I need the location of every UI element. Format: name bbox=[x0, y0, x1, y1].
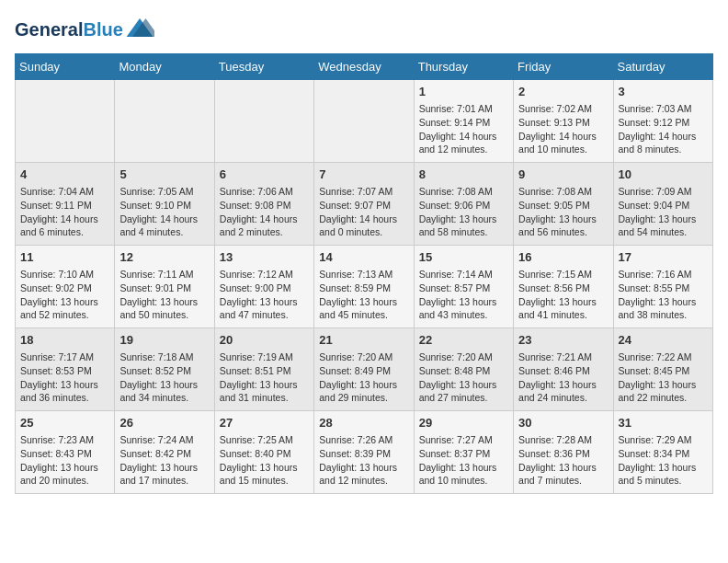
day-number: 25 bbox=[20, 415, 109, 431]
day-info: Sunrise: 7:08 AM Sunset: 9:05 PM Dayligh… bbox=[518, 185, 608, 239]
day-info: Sunrise: 7:25 AM Sunset: 8:40 PM Dayligh… bbox=[220, 433, 309, 488]
week-row-2: 4Sunrise: 7:04 AM Sunset: 9:11 PM Daylig… bbox=[16, 163, 713, 246]
day-number: 30 bbox=[518, 415, 608, 431]
calendar-cell: 28Sunrise: 7:26 AM Sunset: 8:39 PM Dayli… bbox=[314, 411, 414, 494]
calendar-cell: 17Sunrise: 7:16 AM Sunset: 8:55 PM Dayli… bbox=[613, 246, 712, 328]
calendar-cell: 15Sunrise: 7:14 AM Sunset: 8:57 PM Dayli… bbox=[414, 246, 513, 328]
day-info: Sunrise: 7:23 AM Sunset: 8:43 PM Dayligh… bbox=[20, 433, 109, 488]
calendar-cell: 13Sunrise: 7:12 AM Sunset: 9:00 PM Dayli… bbox=[214, 246, 313, 328]
day-info: Sunrise: 7:06 AM Sunset: 9:08 PM Dayligh… bbox=[220, 185, 309, 239]
day-number: 12 bbox=[119, 249, 209, 266]
day-number: 1 bbox=[419, 84, 508, 100]
calendar-cell: 10Sunrise: 7:09 AM Sunset: 9:04 PM Dayli… bbox=[613, 163, 712, 246]
calendar-cell: 3Sunrise: 7:03 AM Sunset: 9:12 PM Daylig… bbox=[613, 80, 712, 163]
calendar-cell: 26Sunrise: 7:24 AM Sunset: 8:42 PM Dayli… bbox=[115, 411, 214, 494]
day-info: Sunrise: 7:14 AM Sunset: 8:57 PM Dayligh… bbox=[419, 268, 508, 322]
week-row-3: 11Sunrise: 7:10 AM Sunset: 9:02 PM Dayli… bbox=[16, 246, 713, 328]
calendar-cell: 27Sunrise: 7:25 AM Sunset: 8:40 PM Dayli… bbox=[214, 411, 313, 494]
calendar-cell bbox=[214, 80, 313, 163]
day-header-friday: Friday bbox=[514, 54, 613, 80]
week-row-5: 25Sunrise: 7:23 AM Sunset: 8:43 PM Dayli… bbox=[16, 411, 713, 494]
day-info: Sunrise: 7:07 AM Sunset: 9:07 PM Dayligh… bbox=[319, 185, 408, 239]
day-number: 13 bbox=[220, 249, 309, 266]
calendar-cell: 5Sunrise: 7:05 AM Sunset: 9:10 PM Daylig… bbox=[115, 163, 214, 246]
week-row-4: 18Sunrise: 7:17 AM Sunset: 8:53 PM Dayli… bbox=[16, 328, 713, 411]
calendar-cell: 24Sunrise: 7:22 AM Sunset: 8:45 PM Dayli… bbox=[613, 328, 712, 411]
day-info: Sunrise: 7:02 AM Sunset: 9:13 PM Dayligh… bbox=[518, 102, 608, 156]
calendar-cell: 22Sunrise: 7:20 AM Sunset: 8:48 PM Dayli… bbox=[414, 328, 513, 411]
calendar-cell: 19Sunrise: 7:18 AM Sunset: 8:52 PM Dayli… bbox=[115, 328, 214, 411]
day-number: 18 bbox=[20, 332, 109, 349]
calendar-cell: 21Sunrise: 7:20 AM Sunset: 8:49 PM Dayli… bbox=[314, 328, 414, 411]
day-info: Sunrise: 7:28 AM Sunset: 8:36 PM Dayligh… bbox=[518, 433, 608, 488]
calendar-cell: 8Sunrise: 7:08 AM Sunset: 9:06 PM Daylig… bbox=[414, 163, 513, 246]
day-info: Sunrise: 7:04 AM Sunset: 9:11 PM Dayligh… bbox=[20, 185, 109, 239]
day-number: 11 bbox=[20, 249, 109, 266]
day-info: Sunrise: 7:09 AM Sunset: 9:04 PM Dayligh… bbox=[619, 185, 708, 239]
day-number: 22 bbox=[419, 332, 508, 349]
logo-text: GeneralBlue bbox=[15, 19, 123, 40]
day-number: 28 bbox=[319, 415, 408, 431]
day-info: Sunrise: 7:10 AM Sunset: 9:02 PM Dayligh… bbox=[20, 268, 109, 322]
day-info: Sunrise: 7:19 AM Sunset: 8:51 PM Dayligh… bbox=[220, 350, 309, 405]
day-info: Sunrise: 7:11 AM Sunset: 9:01 PM Dayligh… bbox=[119, 268, 209, 322]
calendar-cell: 12Sunrise: 7:11 AM Sunset: 9:01 PM Dayli… bbox=[115, 246, 214, 328]
day-number: 15 bbox=[419, 249, 508, 266]
calendar-cell: 31Sunrise: 7:29 AM Sunset: 8:34 PM Dayli… bbox=[613, 411, 712, 494]
calendar-table: SundayMondayTuesdayWednesdayThursdayFrid… bbox=[15, 53, 713, 494]
day-number: 31 bbox=[619, 415, 708, 431]
day-number: 27 bbox=[220, 415, 309, 431]
calendar-cell: 2Sunrise: 7:02 AM Sunset: 9:13 PM Daylig… bbox=[514, 80, 613, 163]
day-header-saturday: Saturday bbox=[613, 54, 712, 80]
day-info: Sunrise: 7:08 AM Sunset: 9:06 PM Dayligh… bbox=[419, 185, 508, 239]
day-info: Sunrise: 7:01 AM Sunset: 9:14 PM Dayligh… bbox=[419, 102, 508, 156]
day-number: 10 bbox=[619, 167, 708, 183]
day-number: 17 bbox=[619, 249, 708, 266]
day-info: Sunrise: 7:18 AM Sunset: 8:52 PM Dayligh… bbox=[119, 350, 209, 405]
day-header-sunday: Sunday bbox=[16, 54, 115, 80]
day-number: 2 bbox=[518, 84, 608, 100]
day-info: Sunrise: 7:03 AM Sunset: 9:12 PM Dayligh… bbox=[619, 102, 708, 156]
calendar-cell: 29Sunrise: 7:27 AM Sunset: 8:37 PM Dayli… bbox=[414, 411, 513, 494]
day-number: 24 bbox=[619, 332, 708, 349]
calendar-cell bbox=[314, 80, 414, 163]
calendar-cell bbox=[115, 80, 214, 163]
calendar-cell: 1Sunrise: 7:01 AM Sunset: 9:14 PM Daylig… bbox=[414, 80, 513, 163]
calendar-cell: 16Sunrise: 7:15 AM Sunset: 8:56 PM Dayli… bbox=[514, 246, 613, 328]
week-row-1: 1Sunrise: 7:01 AM Sunset: 9:14 PM Daylig… bbox=[16, 80, 713, 163]
day-header-thursday: Thursday bbox=[414, 54, 513, 80]
day-number: 8 bbox=[419, 167, 508, 183]
calendar-cell: 23Sunrise: 7:21 AM Sunset: 8:46 PM Dayli… bbox=[514, 328, 613, 411]
day-number: 19 bbox=[119, 332, 209, 349]
day-info: Sunrise: 7:29 AM Sunset: 8:34 PM Dayligh… bbox=[619, 433, 708, 488]
page-header: GeneralBlue bbox=[15, 15, 713, 44]
day-number: 9 bbox=[518, 167, 608, 183]
day-info: Sunrise: 7:20 AM Sunset: 8:49 PM Dayligh… bbox=[319, 350, 408, 405]
calendar-cell: 7Sunrise: 7:07 AM Sunset: 9:07 PM Daylig… bbox=[314, 163, 414, 246]
calendar-cell: 9Sunrise: 7:08 AM Sunset: 9:05 PM Daylig… bbox=[514, 163, 613, 246]
day-header-row: SundayMondayTuesdayWednesdayThursdayFrid… bbox=[16, 54, 713, 80]
day-number: 7 bbox=[319, 167, 408, 183]
day-info: Sunrise: 7:15 AM Sunset: 8:56 PM Dayligh… bbox=[518, 268, 608, 322]
calendar-cell: 20Sunrise: 7:19 AM Sunset: 8:51 PM Dayli… bbox=[214, 328, 313, 411]
day-info: Sunrise: 7:24 AM Sunset: 8:42 PM Dayligh… bbox=[119, 433, 209, 488]
day-number: 5 bbox=[119, 167, 209, 183]
day-number: 16 bbox=[518, 249, 608, 266]
calendar-cell: 14Sunrise: 7:13 AM Sunset: 8:59 PM Dayli… bbox=[314, 246, 414, 328]
day-number: 23 bbox=[518, 332, 608, 349]
day-info: Sunrise: 7:12 AM Sunset: 9:00 PM Dayligh… bbox=[220, 268, 309, 322]
day-info: Sunrise: 7:26 AM Sunset: 8:39 PM Dayligh… bbox=[319, 433, 408, 488]
day-number: 6 bbox=[220, 167, 309, 183]
calendar-cell bbox=[16, 80, 115, 163]
day-number: 21 bbox=[319, 332, 408, 349]
logo-icon bbox=[125, 15, 154, 44]
calendar-cell: 30Sunrise: 7:28 AM Sunset: 8:36 PM Dayli… bbox=[514, 411, 613, 494]
day-number: 26 bbox=[119, 415, 209, 431]
day-number: 29 bbox=[419, 415, 508, 431]
day-info: Sunrise: 7:22 AM Sunset: 8:45 PM Dayligh… bbox=[619, 350, 708, 405]
day-header-tuesday: Tuesday bbox=[214, 54, 313, 80]
calendar-cell: 11Sunrise: 7:10 AM Sunset: 9:02 PM Dayli… bbox=[16, 246, 115, 328]
day-number: 20 bbox=[220, 332, 309, 349]
calendar-cell: 4Sunrise: 7:04 AM Sunset: 9:11 PM Daylig… bbox=[16, 163, 115, 246]
day-number: 3 bbox=[619, 84, 708, 100]
